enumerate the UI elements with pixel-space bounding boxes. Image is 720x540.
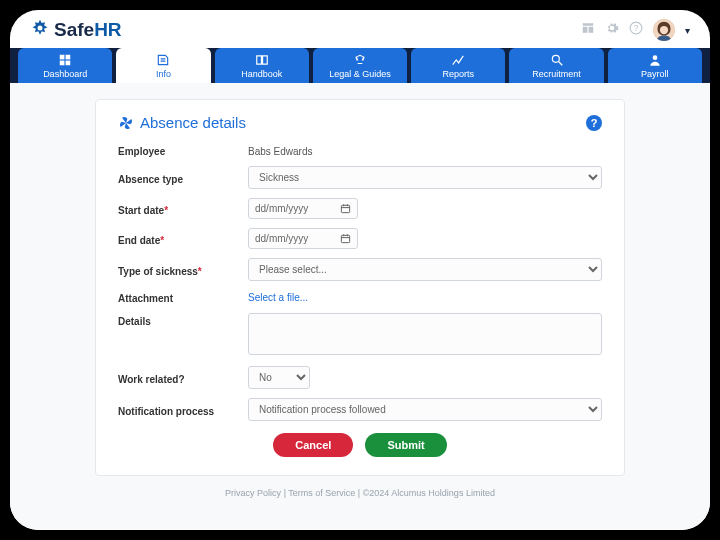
nav-bar: Dashboard Info Handbook Legal & Guides R… (10, 48, 710, 83)
card-help-icon[interactable]: ? (586, 115, 602, 131)
content-area: Absence details ? Employee Babs Edwards … (10, 83, 710, 530)
privacy-link[interactable]: Privacy Policy (225, 488, 281, 498)
logo[interactable]: SafeHR (30, 18, 122, 42)
svg-rect-6 (66, 55, 71, 60)
work-related-label: Work related? (118, 371, 248, 385)
attachment-link[interactable]: Select a file... (248, 292, 308, 303)
terms-link[interactable]: Terms of Service (288, 488, 355, 498)
sickness-type-label: Type of sickness* (118, 263, 248, 277)
svg-point-10 (652, 55, 657, 60)
logo-icon (30, 18, 50, 42)
absence-card: Absence details ? Employee Babs Edwards … (95, 99, 625, 476)
svg-rect-7 (60, 61, 65, 66)
tab-recruitment[interactable]: Recruitment (509, 48, 603, 83)
topbar: SafeHR ? ▾ (10, 10, 710, 48)
tab-payroll[interactable]: Payroll (608, 48, 702, 83)
details-textarea[interactable] (248, 313, 602, 355)
tab-legal[interactable]: Legal & Guides (313, 48, 407, 83)
footer: Privacy Policy | Terms of Service | ©202… (10, 476, 710, 502)
tab-info[interactable]: Info (116, 48, 210, 83)
absence-type-select[interactable]: Sickness (248, 166, 602, 189)
end-date-input[interactable]: dd/mm/yyyy (248, 228, 358, 249)
svg-point-9 (552, 55, 559, 62)
chevron-down-icon[interactable]: ▾ (685, 25, 690, 36)
svg-text:?: ? (634, 24, 639, 33)
tab-handbook[interactable]: Handbook (215, 48, 309, 83)
svg-point-4 (660, 26, 668, 34)
tab-dashboard[interactable]: Dashboard (18, 48, 112, 83)
copyright: ©2024 Alcumus Holdings Limited (363, 488, 495, 498)
tab-reports[interactable]: Reports (411, 48, 505, 83)
calendar-icon (340, 233, 351, 244)
help-icon[interactable]: ? (629, 21, 643, 39)
details-label: Details (118, 313, 248, 327)
start-date-input[interactable]: dd/mm/yyyy (248, 198, 358, 219)
notification-select[interactable]: Notification process followed (248, 398, 602, 421)
app-window: SafeHR ? ▾ Dashboard Info Handbook Legal… (10, 10, 710, 530)
svg-rect-12 (341, 235, 349, 242)
start-date-label: Start date* (118, 202, 248, 216)
work-related-select[interactable]: No (248, 366, 310, 389)
logo-text: SafeHR (54, 19, 122, 41)
notification-label: Notification process (118, 403, 248, 417)
avatar[interactable] (653, 19, 675, 41)
card-title: Absence details (118, 114, 246, 131)
employee-label: Employee (118, 143, 248, 157)
end-date-label: End date* (118, 232, 248, 246)
submit-button[interactable]: Submit (365, 433, 446, 457)
cancel-button[interactable]: Cancel (273, 433, 353, 457)
pinwheel-icon (118, 115, 134, 131)
svg-rect-5 (60, 55, 65, 60)
svg-rect-8 (66, 61, 71, 66)
top-tools: ? ▾ (581, 19, 690, 41)
calendar-icon[interactable] (581, 21, 595, 39)
calendar-icon (340, 203, 351, 214)
svg-point-0 (38, 26, 43, 31)
svg-rect-11 (341, 205, 349, 212)
employee-value: Babs Edwards (248, 143, 312, 157)
attachment-label: Attachment (118, 290, 248, 304)
sickness-type-select[interactable]: Please select... (248, 258, 602, 281)
absence-type-label: Absence type (118, 171, 248, 185)
gear-icon[interactable] (605, 21, 619, 39)
